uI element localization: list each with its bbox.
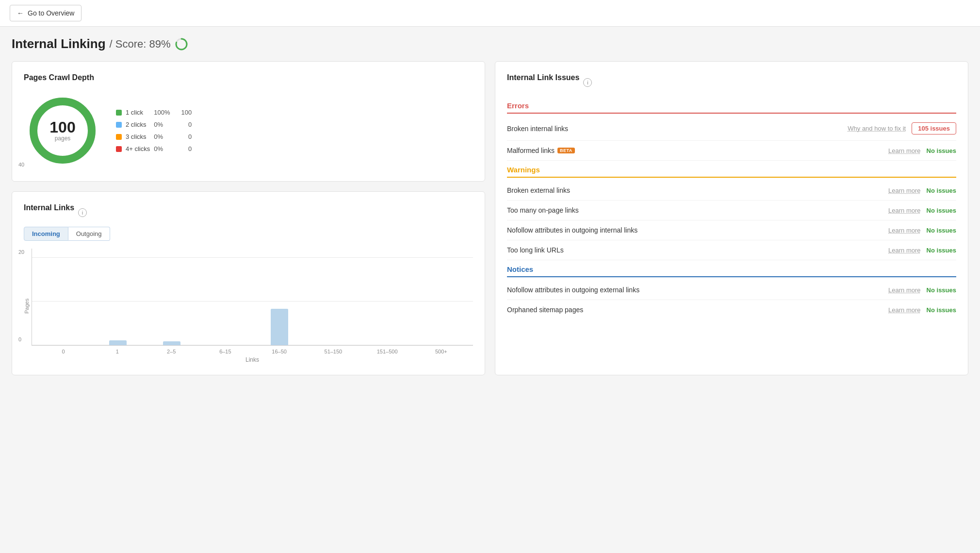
legend-val: 0 bbox=[177, 133, 192, 140]
legend-pct: 0% bbox=[154, 145, 173, 152]
legend-label: 2 clicks bbox=[126, 121, 150, 128]
beta-badge: BETA bbox=[557, 148, 575, 153]
legend-pct: 100% bbox=[154, 109, 173, 116]
page-title: Internal Linking bbox=[12, 36, 106, 51]
bars-row bbox=[32, 249, 473, 345]
section-header-warnings: Warnings bbox=[507, 161, 956, 178]
donut-number: 100 bbox=[49, 119, 75, 135]
issue-name: Nofollow attributes in outgoing internal… bbox=[507, 226, 882, 234]
learn-more-link[interactable]: Learn more bbox=[888, 187, 920, 194]
issue-name: Broken internal links bbox=[507, 125, 842, 133]
learn-more-link[interactable]: Learn more bbox=[888, 306, 920, 314]
go-overview-button[interactable]: ← Go to Overview bbox=[10, 5, 82, 21]
bar bbox=[163, 341, 180, 345]
legend-color bbox=[116, 146, 122, 152]
issue-name: Orphaned sitemap pages bbox=[507, 306, 882, 314]
issues-button[interactable]: 105 issues bbox=[912, 122, 956, 134]
issue-name: Too long link URLs bbox=[507, 246, 882, 254]
internal-links-title: Internal Links bbox=[24, 203, 74, 212]
chart-grid: 40200 bbox=[32, 249, 473, 346]
no-issues-label: No issues bbox=[927, 207, 956, 214]
no-issues-label: No issues bbox=[927, 247, 956, 254]
bar bbox=[271, 309, 288, 345]
grid-label: 0 bbox=[18, 336, 21, 342]
grid-label: 20 bbox=[18, 249, 24, 255]
legend-val: 0 bbox=[177, 121, 192, 128]
issue-name: Broken external links bbox=[507, 186, 882, 194]
legend-color bbox=[116, 134, 122, 140]
x-labels: 012–56–1516–5051–150151–500500+ bbox=[32, 346, 473, 354]
section-header-notices: Notices bbox=[507, 260, 956, 277]
internal-links-info-icon[interactable]: i bbox=[78, 208, 87, 217]
legend-item: 3 clicks 0% 0 bbox=[116, 133, 192, 140]
x-label: 16–50 bbox=[252, 349, 306, 354]
internal-link-issues-card: Internal Link Issues i ErrorsBroken inte… bbox=[495, 61, 968, 375]
legend-label: 4+ clicks bbox=[126, 145, 150, 152]
bar bbox=[109, 340, 127, 345]
learn-more-link[interactable]: Learn more bbox=[888, 207, 920, 214]
x-label: 151–500 bbox=[360, 349, 414, 354]
issue-row: Nofollow attributes in outgoing internal… bbox=[507, 220, 956, 240]
crawl-depth-title: Pages Crawl Depth bbox=[24, 73, 473, 82]
issue-row: Broken internal linksWhy and how to fix … bbox=[507, 117, 956, 141]
legend-color bbox=[116, 110, 122, 116]
y-axis-label: Pages bbox=[24, 249, 30, 363]
issue-name: Nofollow attributes in outgoing external… bbox=[507, 286, 882, 294]
no-issues-label: No issues bbox=[927, 227, 956, 234]
x-label: 0 bbox=[36, 349, 90, 354]
issue-row: Too long link URLsLearn moreNo issues bbox=[507, 240, 956, 260]
learn-more-link[interactable]: Learn more bbox=[888, 227, 920, 234]
issue-row: Malformed linksBETALearn moreNo issues bbox=[507, 141, 956, 161]
legend-val: 0 bbox=[177, 145, 192, 152]
score-circle-icon bbox=[175, 37, 188, 51]
tab-outgoing[interactable]: Outgoing bbox=[68, 227, 110, 241]
legend-item: 2 clicks 0% 0 bbox=[116, 121, 192, 128]
issue-row: Too many on-page linksLearn moreNo issue… bbox=[507, 201, 956, 220]
x-label: 6–15 bbox=[198, 349, 252, 354]
no-issues-label: No issues bbox=[927, 306, 956, 314]
x-label: 500+ bbox=[414, 349, 468, 354]
legend-label: 3 clicks bbox=[126, 133, 150, 140]
donut-chart: 100 pages bbox=[24, 92, 101, 169]
score-label: / Score: 89% bbox=[110, 38, 171, 50]
issues-card-title: Internal Link Issues bbox=[507, 73, 579, 82]
legend-item: 4+ clicks 0% 0 bbox=[116, 145, 192, 152]
grid-label: 40 bbox=[18, 162, 24, 168]
crawl-depth-card: Pages Crawl Depth 100 pages bbox=[12, 61, 485, 182]
learn-more-link[interactable]: Learn more bbox=[888, 286, 920, 294]
issue-row: Broken external linksLearn moreNo issues bbox=[507, 181, 956, 201]
no-issues-label: No issues bbox=[927, 147, 956, 154]
x-axis-title: Links bbox=[32, 356, 473, 363]
no-issues-label: No issues bbox=[927, 286, 956, 294]
donut-sub: pages bbox=[49, 135, 75, 142]
legend-color bbox=[116, 122, 122, 128]
crawl-depth-legend: 1 click 100% 100 2 clicks 0% 0 3 clicks … bbox=[116, 109, 192, 152]
legend-item: 1 click 100% 100 bbox=[116, 109, 192, 116]
legend-pct: 0% bbox=[154, 133, 173, 140]
x-label: 2–5 bbox=[145, 349, 198, 354]
legend-label: 1 click bbox=[126, 109, 150, 116]
issues-container: ErrorsBroken internal linksWhy and how t… bbox=[507, 97, 956, 319]
issue-row: Orphaned sitemap pagesLearn moreNo issue… bbox=[507, 300, 956, 319]
section-header-errors: Errors bbox=[507, 97, 956, 114]
legend-pct: 0% bbox=[154, 121, 173, 128]
why-fix-link[interactable]: Why and how to fix it bbox=[848, 125, 906, 132]
tab-incoming[interactable]: Incoming bbox=[24, 227, 68, 241]
x-label: 51–150 bbox=[306, 349, 360, 354]
learn-more-link[interactable]: Learn more bbox=[888, 247, 920, 254]
bar-chart: Pages 40200 012–56–1516–5051–150151–5005… bbox=[24, 249, 473, 363]
issues-info-icon[interactable]: i bbox=[583, 78, 592, 87]
learn-more-link[interactable]: Learn more bbox=[888, 147, 920, 154]
bar-group bbox=[91, 340, 145, 345]
issue-name: Malformed linksBETA bbox=[507, 147, 882, 154]
internal-links-card: Internal Links i IncomingOutgoing Pages … bbox=[12, 191, 485, 375]
legend-val: 100 bbox=[177, 109, 192, 116]
go-overview-label: Go to Overview bbox=[28, 9, 74, 17]
bar-group bbox=[253, 309, 307, 345]
issue-row: Nofollow attributes in outgoing external… bbox=[507, 280, 956, 300]
arrow-left-icon: ← bbox=[17, 9, 24, 17]
x-label: 1 bbox=[90, 349, 144, 354]
internal-links-tabs: IncomingOutgoing bbox=[24, 227, 473, 241]
bar-group bbox=[145, 341, 198, 345]
issue-name: Too many on-page links bbox=[507, 206, 882, 214]
